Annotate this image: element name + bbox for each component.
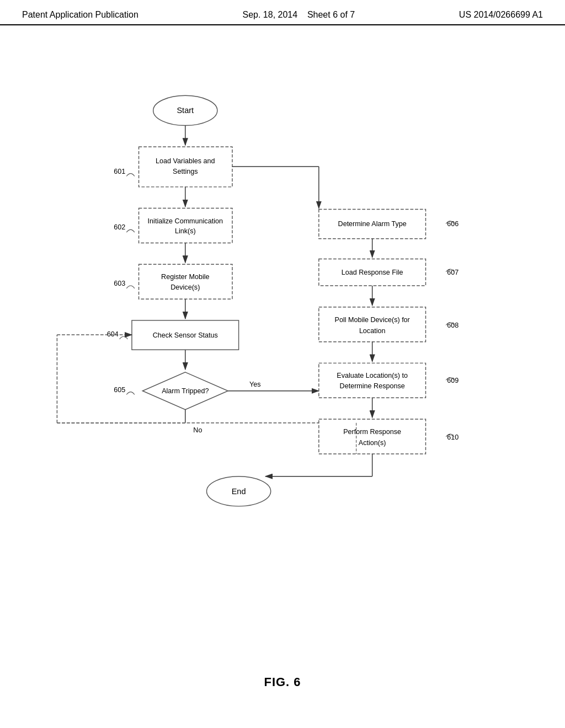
svg-text:Device(s): Device(s) (170, 283, 200, 291)
svg-text:602: 602 (114, 223, 125, 231)
svg-rect-3 (139, 147, 232, 187)
start-label: Start (177, 106, 194, 115)
flowchart-diagram: Start Load Variables and Settings 601 In… (0, 33, 565, 706)
svg-text:Poll Mobile Device(s) for: Poll Mobile Device(s) for (335, 316, 410, 324)
header-patent-number: US 2014/0266699 A1 (459, 10, 543, 20)
svg-text:Link(s): Link(s) (175, 227, 196, 235)
svg-text:Check Sensor Status: Check Sensor Status (153, 331, 218, 339)
page-header: Patent Application Publication Sep. 18, … (0, 0, 565, 25)
svg-text:Yes: Yes (249, 381, 261, 388)
svg-text:Location: Location (359, 327, 386, 335)
svg-text:No: No (193, 426, 202, 434)
svg-rect-8 (139, 208, 232, 243)
svg-text:Register Mobile: Register Mobile (161, 273, 209, 281)
header-date-sheet: Sep. 18, 2014 Sheet 6 of 7 (242, 10, 355, 20)
svg-text:605: 605 (114, 386, 125, 394)
svg-text:End: End (232, 487, 246, 496)
svg-text:604: 604 (107, 330, 119, 338)
svg-text:Alarm Tripped?: Alarm Tripped? (162, 387, 209, 395)
svg-rect-53 (319, 419, 426, 454)
svg-rect-43 (319, 307, 426, 342)
header-publication: Patent Application Publication (22, 10, 138, 20)
svg-text:Evaluate Location(s) to: Evaluate Location(s) to (337, 372, 408, 379)
svg-text:601: 601 (114, 168, 125, 175)
svg-text:603: 603 (114, 280, 125, 287)
svg-text:Load Variables and: Load Variables and (156, 157, 215, 165)
svg-text:Determine Alarm Type: Determine Alarm Type (338, 221, 407, 228)
svg-text:Settings: Settings (173, 168, 198, 175)
svg-rect-48 (319, 363, 426, 398)
svg-text:Initialize Communication: Initialize Communication (148, 217, 223, 225)
figure-label: FIG. 6 (264, 675, 301, 689)
svg-text:Determine Response: Determine Response (340, 382, 405, 390)
svg-text:Action(s): Action(s) (359, 439, 386, 447)
svg-rect-13 (139, 264, 232, 299)
svg-text:Load Response File: Load Response File (342, 269, 403, 276)
svg-text:Perform Response: Perform Response (343, 428, 401, 436)
